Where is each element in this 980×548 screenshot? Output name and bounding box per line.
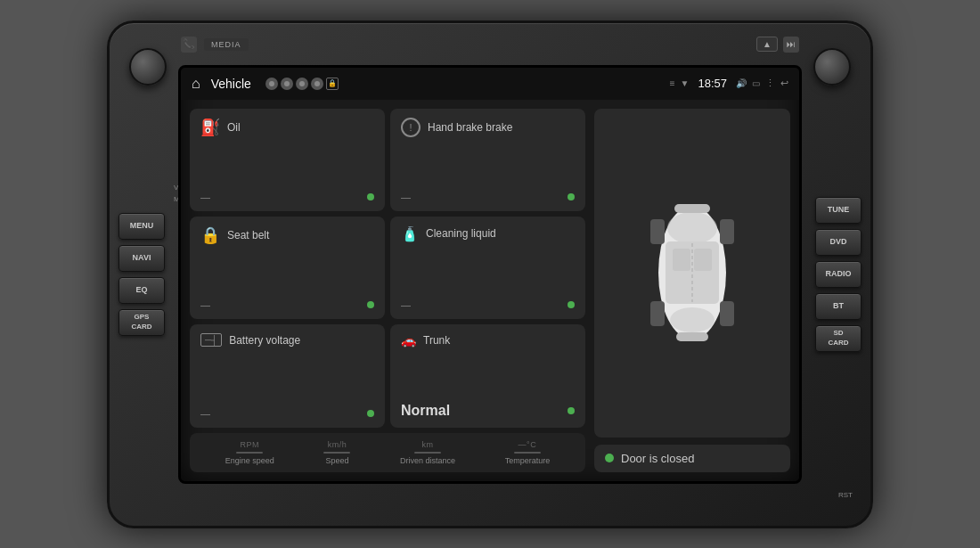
time-display: 18:57	[698, 77, 727, 90]
battery-value: —	[200, 408, 210, 419]
cleaning-liquid-header: 🧴 Cleaning liquid	[401, 225, 575, 242]
trunk-title: Trunk	[423, 334, 450, 347]
temp-divider	[514, 452, 541, 454]
temp-unit: Temperature	[505, 456, 551, 465]
svg-rect-8	[650, 301, 665, 326]
more-icon[interactable]: ⋮	[765, 78, 775, 89]
settings-icons: 🔒	[265, 78, 339, 90]
right-side-buttons: TUNE DVD RADIO BT SDCARD	[815, 197, 862, 352]
radio-button[interactable]: RADIO	[815, 261, 862, 288]
oil-card-header: ⛽ Oil	[200, 118, 374, 137]
left-knob[interactable]	[129, 48, 167, 86]
gear-icon-2[interactable]	[281, 78, 293, 90]
hand-brake-icon: !	[401, 118, 421, 137]
hand-brake-value: —	[401, 192, 411, 202]
right-panel: Door is closed	[594, 109, 790, 472]
head-unit: 📞 MEDIA ▲ ⏭ VOL MIC MENU NAVI EQ GPSCARD…	[107, 20, 873, 528]
svg-point-3	[670, 307, 715, 332]
cleaning-icon: 🧴	[401, 225, 419, 242]
door-status-dot	[605, 454, 614, 462]
distance-divider	[414, 452, 441, 454]
seat-belt-card[interactable]: 🔒 Seat belt —	[190, 217, 385, 319]
dvd-button[interactable]: DVD	[815, 229, 862, 256]
oil-card[interactable]: ⛽ Oil —	[190, 109, 385, 211]
oil-title: Oil	[227, 121, 241, 134]
eject-button[interactable]: ▲	[756, 37, 778, 52]
speed-divider	[323, 452, 350, 454]
trunk-value: Normal	[401, 403, 450, 419]
car-view	[594, 109, 790, 438]
page-title: Vehicle	[211, 77, 251, 91]
volume-icon[interactable]: 🔊	[736, 78, 747, 88]
cleaning-liquid-value: —	[401, 299, 411, 310]
info-grid: ⛽ Oil — ! Hand brake brake	[190, 109, 585, 428]
signal-icon: ≡	[670, 78, 675, 88]
trunk-card[interactable]: 🚗 Trunk Normal	[390, 324, 585, 427]
svg-rect-7	[720, 219, 734, 244]
cleaning-liquid-footer: —	[401, 299, 575, 310]
engine-speed-unit: Engine speed	[225, 456, 274, 465]
left-panel: ⛽ Oil — ! Hand brake brake	[190, 109, 585, 472]
main-screen: ⌂ Vehicle 🔒 ≡ ▼ 18:57 🔊 ▭ ⋮ ↩	[178, 65, 802, 484]
engine-speed-divider	[236, 452, 263, 454]
oil-status-dot	[367, 193, 374, 200]
top-bar-right: ▲ ⏭	[756, 37, 799, 53]
hand-brake-footer: —	[401, 192, 575, 202]
top-bar-left: 📞 MEDIA	[181, 37, 249, 53]
trunk-icon: 🚗	[401, 333, 416, 348]
home-icon[interactable]: ⌂	[192, 76, 200, 92]
battery-status-dot	[367, 410, 374, 417]
back-icon[interactable]: ↩	[780, 78, 788, 89]
gear-icon-4[interactable]	[311, 78, 323, 90]
svg-rect-6	[650, 219, 665, 244]
menu-button[interactable]: MENU	[118, 213, 165, 240]
media-label: MEDIA	[204, 38, 249, 51]
hand-brake-status-dot	[568, 193, 575, 200]
speed-unit: Speed	[325, 456, 348, 465]
battery-card[interactable]: ─┤ Battery voltage —	[190, 324, 385, 427]
oil-value: —	[200, 192, 210, 202]
battery-title: Battery voltage	[229, 334, 300, 347]
stats-bar: RPM Engine speed km/h Speed km Driven di…	[190, 433, 585, 472]
tune-button[interactable]: TUNE	[815, 197, 862, 224]
gps-card-button[interactable]: GPSCARD	[118, 309, 165, 336]
right-knob[interactable]	[813, 48, 851, 86]
car-top-view-svg	[634, 188, 750, 357]
seat-belt-footer: —	[200, 299, 374, 310]
battery-icon: ─┤	[200, 333, 222, 347]
oil-footer: —	[200, 192, 374, 202]
vehicle-content: ⛽ Oil — ! Hand brake brake	[181, 100, 799, 481]
skip-icon[interactable]: ⏭	[783, 37, 799, 53]
top-bar: 📞 MEDIA ▲ ⏭	[181, 32, 799, 57]
status-bar-right: ≡ ▼ 18:57 🔊 ▭ ⋮ ↩	[670, 77, 788, 90]
eq-button[interactable]: EQ	[118, 277, 165, 304]
temp-stat: —°C Temperature	[505, 440, 551, 465]
screen-icon: ▭	[752, 78, 760, 88]
hand-brake-card[interactable]: ! Hand brake brake —	[390, 109, 585, 211]
oil-icon: ⛽	[200, 118, 220, 137]
trunk-header: 🚗 Trunk	[401, 333, 575, 348]
speed-label-top: km/h	[328, 440, 347, 449]
cleaning-liquid-card[interactable]: 🧴 Cleaning liquid —	[390, 217, 585, 319]
gear-icon-3[interactable]	[296, 78, 308, 90]
navi-button[interactable]: NAVI	[118, 245, 165, 272]
phone-icon: 📞	[181, 37, 197, 53]
door-status-bar: Door is closed	[594, 445, 790, 472]
trunk-status-dot	[568, 407, 575, 414]
cleaning-status-dot	[568, 301, 575, 308]
speed-stat: km/h Speed	[323, 440, 350, 465]
svg-point-1	[667, 212, 717, 244]
gear-icon-1[interactable]	[265, 78, 278, 90]
seat-belt-header: 🔒 Seat belt	[200, 225, 374, 245]
engine-speed-label-top: RPM	[241, 440, 260, 449]
seat-belt-status-dot	[367, 301, 374, 308]
svg-rect-4	[674, 204, 710, 213]
engine-speed-stat: RPM Engine speed	[225, 440, 274, 465]
bt-button[interactable]: BT	[815, 293, 862, 320]
sd-card-button[interactable]: SDCARD	[815, 325, 862, 352]
seat-belt-title: Seat belt	[227, 229, 269, 241]
battery-footer: —	[200, 408, 374, 419]
svg-rect-9	[720, 301, 734, 326]
seat-belt-icon: 🔒	[200, 225, 220, 245]
lock-icon[interactable]: 🔒	[326, 78, 339, 90]
